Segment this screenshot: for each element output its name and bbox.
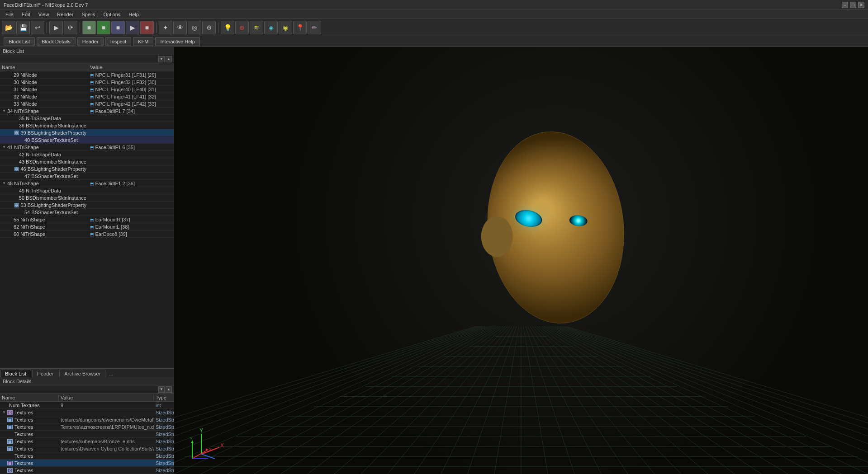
panel-tab-dots: ... (106, 370, 116, 377)
toolbar-dark-button[interactable]: ▶ (126, 21, 139, 34)
block-row-43[interactable]: 43 BSDismemberSkinInstance (0, 158, 174, 165)
detail-row-3[interactable]: ▦TexturesTextures\azmoscreens\LRPDIPMUIc… (0, 423, 174, 431)
detail-tex-icon-3: ▦ (7, 425, 13, 429)
minimize-button[interactable]: ─ (842, 2, 848, 8)
toolbar-select-button[interactable]: ▶ (49, 21, 63, 34)
tree-arrow-41[interactable]: ▼ (2, 145, 6, 150)
block-row-50[interactable]: 50 BSDismemberSkinInstance (0, 194, 174, 202)
link-icon-29: ⬒ (90, 73, 95, 78)
block-row-40[interactable]: 40 BSShaderTextureSet (0, 136, 174, 144)
block-row-33[interactable]: 33 NiNode⬒ NPC L Finger42 [LF42] [33] (0, 100, 174, 108)
detail-type-4: SizedStr (154, 432, 174, 437)
toolbar-eye2-button[interactable]: ◎ (188, 21, 201, 34)
nav-kfm-button[interactable]: KFM (133, 37, 153, 46)
nav-interactive-help-button[interactable]: Interactive Help (155, 37, 199, 46)
detail-type-7: SizedStr (154, 453, 174, 459)
detail-row-9[interactable]: ⚙TexturesSizedStr (0, 467, 174, 474)
block-row-41[interactable]: ▼41 NiTriShape⬒ FaceDidIF1 6 [35] (0, 144, 174, 151)
block-details-content[interactable]: Num Textures9int▼⚙TexturesSizedStr▦Textu… (0, 402, 174, 474)
row-name-text-62: 62 NiTriShape (14, 224, 45, 230)
row-name-text-39: 39 BSLightingShaderProperty (20, 130, 86, 136)
detail-row-1[interactable]: ▼⚙TexturesSizedStr (0, 409, 174, 416)
block-row-47[interactable]: 47 BSShaderTextureSet (0, 173, 174, 180)
toolbar-save-button[interactable]: 💾 (16, 21, 30, 34)
menu-view[interactable]: View (35, 11, 53, 18)
toolbar-green-button[interactable]: ■ (97, 21, 110, 34)
block-row-39[interactable]: ⚙39 BSLightingShaderProperty (0, 129, 174, 136)
toolbar-open-button[interactable]: 📂 (2, 21, 15, 34)
block-list-scroll-down-btn[interactable]: ▼ (158, 56, 165, 62)
menu-help[interactable]: Help (125, 11, 142, 18)
block-row-60[interactable]: 60 NiTriShape⬒ EarDeco8 [39] (0, 230, 174, 238)
nav-inspect-button[interactable]: Inspect (105, 37, 131, 46)
tree-arrow-48[interactable]: ▼ (2, 181, 6, 186)
block-list-content[interactable]: 29 NiNode⬒ NPC L Finger31 [LF31] [29]30 … (0, 71, 174, 368)
toolbar-light-button[interactable]: 💡 (221, 21, 234, 34)
toolbar-flag-button[interactable]: ◈ (264, 21, 278, 34)
detail-row-4[interactable]: TexturesSizedStr (0, 431, 174, 438)
toolbar-undo-button[interactable]: ↩ (31, 21, 44, 34)
detail-tex-icon-6: ▦ (7, 446, 13, 451)
block-row-48[interactable]: ▼48 NiTriShape⬒ FaceDidIF1 2 [36] (0, 180, 174, 187)
row-name-text-33: 33 NiNode (14, 101, 37, 107)
block-row-34[interactable]: ▼34 NiTriShape⬒ FaceDidIF1 7 [34] (0, 108, 174, 115)
toolbar-red-button[interactable]: ■ (140, 21, 154, 34)
block-row-36[interactable]: 36 BSDismemberSkinInstance (0, 122, 174, 129)
toolbar-cube-button[interactable]: ■ (82, 21, 96, 34)
block-row-55[interactable]: 55 NiTriShape⬒ EarMountR [37] (0, 216, 174, 223)
menu-edit[interactable]: Edit (18, 11, 34, 18)
main-layout: Block List ▼ ▲ Name Value 29 NiNode⬒ NPC… (0, 47, 868, 474)
block-list-scroll-up-btn[interactable]: ▲ (166, 56, 172, 62)
block-row-62[interactable]: 62 NiTriShape⬒ EarMountL [38] (0, 223, 174, 230)
toolbar-move-button[interactable]: ✦ (159, 21, 172, 34)
detail-row-6[interactable]: ▦Texturestextures\Dwarven Cyborg Collect… (0, 445, 174, 452)
link-icon-30: ⬒ (90, 80, 95, 85)
block-row-53[interactable]: ⚙53 BSLightingShaderProperty (0, 202, 174, 209)
detail-type-2: SizedStr (154, 417, 174, 422)
viewport[interactable]: X Y (174, 47, 868, 474)
block-row-35[interactable]: 35 NiTriShapeData (0, 115, 174, 122)
block-row-46[interactable]: ⚙46 BSLightingShaderProperty (0, 165, 174, 173)
svg-marker-3 (191, 441, 194, 443)
detail-arrow-1[interactable]: ▼ (2, 410, 6, 415)
nav-block-details-button[interactable]: Block Details (37, 37, 76, 46)
menu-spells[interactable]: Spells (78, 11, 99, 18)
block-row-54[interactable]: 54 BSShaderTextureSet (0, 209, 174, 216)
tab-block-list[interactable]: Block List (0, 370, 31, 377)
toolbar-eye-button[interactable]: 👁 (173, 21, 187, 34)
row-icon-46: ⚙ (14, 167, 19, 171)
close-button[interactable]: ✕ (858, 2, 864, 8)
nav-header-button[interactable]: Header (77, 37, 104, 46)
toolbar-anim-button[interactable]: ≋ (250, 21, 263, 34)
toolbar-bone-button[interactable]: ⊕ (235, 21, 249, 34)
toolbar-pin-button[interactable]: 📍 (293, 21, 307, 34)
nav-block-list-button[interactable]: Block List (4, 37, 35, 46)
toolbar-render-button[interactable]: ⚙ (202, 21, 216, 34)
block-row-31[interactable]: 31 NiNode⬒ NPC L Finger40 [LF40] [31] (0, 86, 174, 93)
toolbar-rotate-button[interactable]: ⟳ (64, 21, 77, 34)
toolbar-sphere-button[interactable]: ◉ (279, 21, 292, 34)
block-details-header: Block Details (0, 377, 174, 385)
menu-render[interactable]: Render (53, 11, 77, 18)
block-row-49[interactable]: 49 NiTriShapeData (0, 187, 174, 194)
detail-row-2[interactable]: ▦Texturestextures/dungeons/dwemeruins/Dw… (0, 416, 174, 423)
block-row-30[interactable]: 30 NiNode⬒ NPC L Finger32 [LF32] [30] (0, 79, 174, 86)
row-name-text-32: 32 NiNode (14, 94, 37, 99)
block-row-29[interactable]: 29 NiNode⬒ NPC L Finger31 [LF31] [29] (0, 71, 174, 79)
block-details-scroll-down-btn[interactable]: ▼ (158, 386, 165, 393)
detail-row-8[interactable]: ▦TexturesSizedStr (0, 460, 174, 467)
toolbar-brush-button[interactable]: ✏ (308, 21, 321, 34)
detail-row-7[interactable]: TexturesSizedStr (0, 452, 174, 460)
tree-arrow-34[interactable]: ▼ (2, 109, 6, 113)
tab-header[interactable]: Header (32, 370, 58, 377)
block-row-42[interactable]: 42 NiTriShapeData (0, 151, 174, 158)
block-row-32[interactable]: 32 NiNode⬒ NPC L Finger41 [LF41] [32] (0, 93, 174, 100)
detail-row-0[interactable]: Num Textures9int (0, 402, 174, 409)
detail-row-5[interactable]: ▦Texturestextures/cubemaps/Bronze_e.ddsS… (0, 438, 174, 445)
menu-file[interactable]: File (2, 11, 17, 18)
block-details-scroll-up-btn[interactable]: ▲ (166, 386, 172, 393)
tab-archive-browser[interactable]: Archive Browser (59, 370, 105, 377)
menu-options[interactable]: Options (100, 11, 124, 18)
toolbar-gray-button[interactable]: ■ (111, 21, 125, 34)
maximize-button[interactable]: □ (850, 2, 856, 8)
